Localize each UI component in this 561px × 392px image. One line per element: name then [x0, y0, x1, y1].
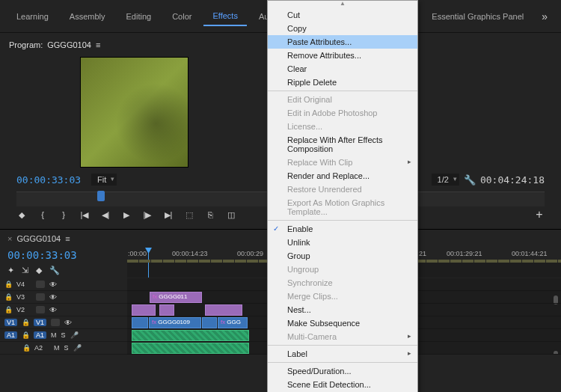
resolution-dropdown[interactable]: 1/2: [432, 174, 459, 186]
menu-item-make-subsequence[interactable]: Make Subsequence: [268, 316, 417, 330]
menu-item-clear[interactable]: Clear: [268, 62, 417, 76]
menu-item-unlink[interactable]: Unlink: [268, 236, 417, 249]
menu-item-label[interactable]: Label▸: [268, 347, 417, 361]
linked-selection-icon[interactable]: ⇲: [22, 266, 28, 275]
mark-in-icon[interactable]: {: [37, 209, 48, 220]
settings-icon[interactable]: 🔧: [464, 174, 476, 186]
panel-menu-icon[interactable]: ≡: [96, 40, 100, 49]
tab-editing[interactable]: Editing: [117, 7, 161, 25]
menu-item-scene-edit-detection[interactable]: Scene Edit Detection...: [268, 378, 417, 391]
menu-item-group[interactable]: Group: [268, 249, 417, 263]
track-header-v3[interactable]: 🔒V3👁: [0, 291, 127, 304]
eye-icon[interactable]: 👁: [49, 306, 57, 314]
mute-icon[interactable]: M: [51, 331, 57, 339]
menu-separator: [268, 362, 417, 363]
tab-assembly[interactable]: Assembly: [61, 7, 114, 25]
snap-icon[interactable]: ✦: [7, 266, 14, 275]
menu-item-ripple-delete[interactable]: Ripple Delete: [268, 76, 417, 89]
clip[interactable]: [205, 304, 242, 316]
menu-item-label: Group: [287, 251, 310, 260]
track-header-a2[interactable]: 🔒A2MS🎤: [0, 342, 127, 355]
menu-item-enable[interactable]: ✓Enable: [268, 222, 417, 236]
voice-icon[interactable]: 🎤: [70, 331, 79, 339]
lock-icon[interactable]: 🔒: [4, 306, 12, 313]
track-target[interactable]: A1: [34, 331, 46, 339]
lock-icon[interactable]: 🔒: [4, 293, 12, 301]
sequence-timecode[interactable]: 00:00:33:03: [0, 248, 127, 263]
go-next-icon[interactable]: ▶|: [163, 209, 174, 220]
extract-icon[interactable]: ⎘: [205, 209, 215, 220]
program-preview[interactable]: [80, 57, 188, 168]
play-icon[interactable]: ▶: [121, 209, 132, 220]
clip[interactable]: [132, 317, 148, 328]
workspace-overflow-icon[interactable]: »: [536, 7, 554, 25]
tab-learning[interactable]: Learning: [7, 7, 58, 25]
playhead[interactable]: [148, 248, 149, 278]
source-patch[interactable]: V1: [4, 319, 17, 326]
add-marker-icon[interactable]: ◆: [16, 209, 27, 220]
go-prev-icon[interactable]: |◀: [79, 209, 90, 220]
menu-item-cut[interactable]: Cut: [268, 8, 417, 22]
audio-clip[interactable]: [132, 343, 249, 354]
submenu-arrow-icon: ▸: [408, 158, 411, 165]
lock-icon[interactable]: 🔒: [4, 281, 12, 288]
zoom-fit-dropdown[interactable]: Fit: [91, 174, 117, 186]
solo-icon[interactable]: S: [61, 331, 66, 339]
track-target[interactable]: V1: [34, 319, 46, 326]
mark-out-icon[interactable]: }: [58, 209, 69, 220]
eye-icon[interactable]: 👁: [49, 293, 57, 301]
close-sequence-icon[interactable]: ×: [7, 234, 12, 243]
menu-item-paste-attributes[interactable]: Paste Attributes...: [268, 35, 417, 49]
clip[interactable]: [159, 304, 174, 316]
lift-icon[interactable]: ⬚: [184, 209, 194, 220]
program-timecode-left[interactable]: 00:00:33:03: [16, 174, 81, 186]
marker-icon[interactable]: ◆: [36, 266, 42, 275]
menu-item-label: Multi-Camera: [287, 332, 337, 341]
menu-item-nest[interactable]: Nest...: [268, 303, 417, 316]
sequence-tab-name[interactable]: GGGG0104: [16, 234, 61, 243]
clip[interactable]: fxGGGG0109: [149, 317, 201, 328]
clip[interactable]: [132, 304, 156, 316]
audio-clip[interactable]: [132, 330, 249, 341]
playhead-handle[interactable]: [97, 191, 105, 201]
clip[interactable]: fxGGG: [218, 317, 248, 328]
clip[interactable]: [202, 317, 217, 328]
program-timecode-right: 00:04:24:18: [480, 174, 545, 186]
step-back-icon[interactable]: ◀|: [100, 209, 111, 220]
menu-item-speed-duration[interactable]: Speed/Duration...: [268, 364, 417, 378]
mute-icon[interactable]: M: [54, 344, 60, 352]
eye-icon[interactable]: 👁: [64, 319, 72, 327]
export-frame-icon[interactable]: ◫: [226, 209, 236, 220]
menu-item-restore-unrendered: Restore Unrendered: [268, 183, 417, 196]
tab-essential-graphics[interactable]: Essential Graphics Panel: [423, 7, 533, 25]
menu-item-replace-with-after-effects-composition[interactable]: Replace With After Effects Composition: [268, 133, 417, 156]
sync-lock-icon[interactable]: [36, 306, 45, 313]
panel-menu-icon[interactable]: ≡: [65, 234, 70, 243]
sync-lock-icon[interactable]: [51, 319, 60, 326]
settings-icon[interactable]: 🔧: [49, 266, 60, 275]
clip[interactable]: fxGGGG011: [150, 292, 202, 303]
menu-item-render-and-replace[interactable]: Render and Replace...: [268, 169, 417, 183]
lock-icon[interactable]: 🔒: [22, 331, 29, 339]
track-header-v1[interactable]: V1🔒V1👁: [0, 316, 127, 329]
source-patch[interactable]: A1: [4, 331, 17, 339]
track-header-v4[interactable]: 🔒V4👁: [0, 278, 127, 291]
solo-icon[interactable]: S: [64, 344, 69, 352]
sync-lock-icon[interactable]: [36, 281, 45, 288]
lock-icon[interactable]: 🔒: [22, 319, 29, 326]
clip-label: GGG: [227, 319, 241, 325]
sync-lock-icon[interactable]: [36, 293, 45, 301]
menu-item-remove-attributes[interactable]: Remove Attributes...: [268, 49, 417, 62]
tab-effects[interactable]: Effects: [203, 7, 246, 26]
step-fwd-icon[interactable]: |▶: [142, 209, 153, 220]
tab-color[interactable]: Color: [163, 7, 200, 25]
eye-icon[interactable]: 👁: [49, 281, 57, 289]
menu-scroll-up-icon[interactable]: ▲: [268, 1, 417, 8]
lock-icon[interactable]: 🔒: [22, 344, 30, 352]
track-header-v2[interactable]: 🔒V2👁: [0, 304, 127, 316]
menu-item-label: Remove Attributes...: [287, 51, 361, 60]
track-header-a1[interactable]: A1🔒A1MS🎤: [0, 329, 127, 342]
voice-icon[interactable]: 🎤: [73, 344, 82, 352]
menu-item-copy[interactable]: Copy: [268, 22, 417, 35]
button-editor-icon[interactable]: +: [534, 209, 545, 220]
